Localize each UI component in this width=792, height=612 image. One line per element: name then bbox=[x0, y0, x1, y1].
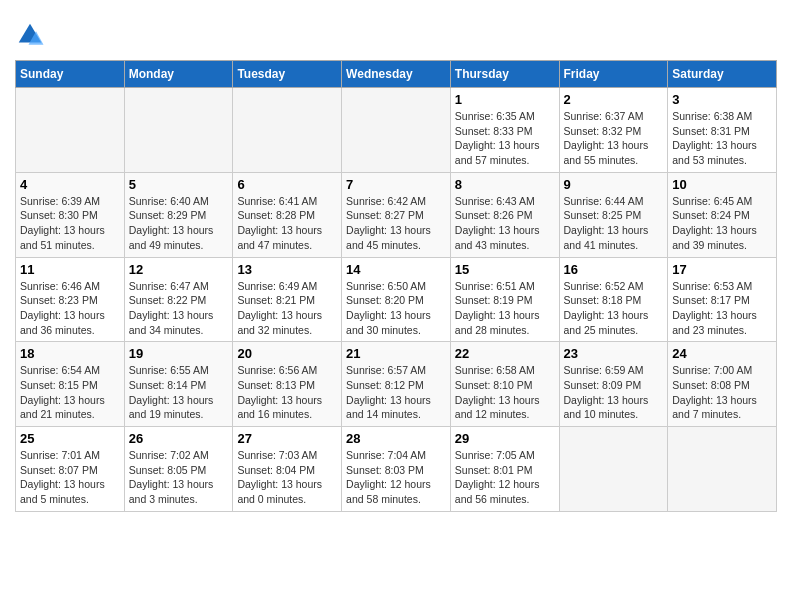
calendar-table: SundayMondayTuesdayWednesdayThursdayFrid… bbox=[15, 60, 777, 512]
day-info: Sunrise: 6:56 AMSunset: 8:13 PMDaylight:… bbox=[237, 363, 337, 422]
weekday-header-friday: Friday bbox=[559, 61, 668, 88]
calendar-cell: 15Sunrise: 6:51 AMSunset: 8:19 PMDayligh… bbox=[450, 257, 559, 342]
calendar-cell: 27Sunrise: 7:03 AMSunset: 8:04 PMDayligh… bbox=[233, 427, 342, 512]
week-row-5: 25Sunrise: 7:01 AMSunset: 8:07 PMDayligh… bbox=[16, 427, 777, 512]
day-number: 13 bbox=[237, 262, 337, 277]
daylight-text: Daylight: 13 hours and 7 minutes. bbox=[672, 393, 772, 422]
calendar-cell: 21Sunrise: 6:57 AMSunset: 8:12 PMDayligh… bbox=[342, 342, 451, 427]
calendar-cell bbox=[16, 88, 125, 173]
day-number: 7 bbox=[346, 177, 446, 192]
day-number: 2 bbox=[564, 92, 664, 107]
sunrise-text: Sunrise: 6:53 AM bbox=[672, 279, 772, 294]
daylight-text: Daylight: 13 hours and 51 minutes. bbox=[20, 223, 120, 252]
sunrise-text: Sunrise: 6:54 AM bbox=[20, 363, 120, 378]
sunset-text: Sunset: 8:12 PM bbox=[346, 378, 446, 393]
calendar-cell: 12Sunrise: 6:47 AMSunset: 8:22 PMDayligh… bbox=[124, 257, 233, 342]
daylight-text: Daylight: 13 hours and 5 minutes. bbox=[20, 477, 120, 506]
daylight-text: Daylight: 13 hours and 34 minutes. bbox=[129, 308, 229, 337]
sunset-text: Sunset: 8:09 PM bbox=[564, 378, 664, 393]
daylight-text: Daylight: 13 hours and 49 minutes. bbox=[129, 223, 229, 252]
sunrise-text: Sunrise: 6:42 AM bbox=[346, 194, 446, 209]
calendar-cell: 17Sunrise: 6:53 AMSunset: 8:17 PMDayligh… bbox=[668, 257, 777, 342]
day-number: 11 bbox=[20, 262, 120, 277]
daylight-text: Daylight: 13 hours and 23 minutes. bbox=[672, 308, 772, 337]
sunset-text: Sunset: 8:19 PM bbox=[455, 293, 555, 308]
day-info: Sunrise: 7:00 AMSunset: 8:08 PMDaylight:… bbox=[672, 363, 772, 422]
day-number: 6 bbox=[237, 177, 337, 192]
week-row-4: 18Sunrise: 6:54 AMSunset: 8:15 PMDayligh… bbox=[16, 342, 777, 427]
sunset-text: Sunset: 8:32 PM bbox=[564, 124, 664, 139]
day-info: Sunrise: 6:49 AMSunset: 8:21 PMDaylight:… bbox=[237, 279, 337, 338]
sunset-text: Sunset: 8:24 PM bbox=[672, 208, 772, 223]
daylight-text: Daylight: 13 hours and 12 minutes. bbox=[455, 393, 555, 422]
sunset-text: Sunset: 8:15 PM bbox=[20, 378, 120, 393]
sunrise-text: Sunrise: 6:39 AM bbox=[20, 194, 120, 209]
daylight-text: Daylight: 13 hours and 41 minutes. bbox=[564, 223, 664, 252]
day-number: 12 bbox=[129, 262, 229, 277]
week-row-3: 11Sunrise: 6:46 AMSunset: 8:23 PMDayligh… bbox=[16, 257, 777, 342]
daylight-text: Daylight: 13 hours and 0 minutes. bbox=[237, 477, 337, 506]
sunset-text: Sunset: 8:30 PM bbox=[20, 208, 120, 223]
day-info: Sunrise: 6:43 AMSunset: 8:26 PMDaylight:… bbox=[455, 194, 555, 253]
day-info: Sunrise: 7:03 AMSunset: 8:04 PMDaylight:… bbox=[237, 448, 337, 507]
daylight-text: Daylight: 13 hours and 47 minutes. bbox=[237, 223, 337, 252]
sunset-text: Sunset: 8:08 PM bbox=[672, 378, 772, 393]
logo bbox=[15, 20, 49, 50]
sunrise-text: Sunrise: 6:59 AM bbox=[564, 363, 664, 378]
sunrise-text: Sunrise: 6:50 AM bbox=[346, 279, 446, 294]
day-info: Sunrise: 6:35 AMSunset: 8:33 PMDaylight:… bbox=[455, 109, 555, 168]
week-row-2: 4Sunrise: 6:39 AMSunset: 8:30 PMDaylight… bbox=[16, 172, 777, 257]
daylight-text: Daylight: 13 hours and 3 minutes. bbox=[129, 477, 229, 506]
calendar-cell: 11Sunrise: 6:46 AMSunset: 8:23 PMDayligh… bbox=[16, 257, 125, 342]
sunset-text: Sunset: 8:28 PM bbox=[237, 208, 337, 223]
sunset-text: Sunset: 8:23 PM bbox=[20, 293, 120, 308]
sunrise-text: Sunrise: 6:55 AM bbox=[129, 363, 229, 378]
daylight-text: Daylight: 13 hours and 25 minutes. bbox=[564, 308, 664, 337]
day-number: 29 bbox=[455, 431, 555, 446]
daylight-text: Daylight: 13 hours and 30 minutes. bbox=[346, 308, 446, 337]
calendar-cell bbox=[342, 88, 451, 173]
sunset-text: Sunset: 8:22 PM bbox=[129, 293, 229, 308]
sunset-text: Sunset: 8:29 PM bbox=[129, 208, 229, 223]
sunset-text: Sunset: 8:25 PM bbox=[564, 208, 664, 223]
sunrise-text: Sunrise: 7:01 AM bbox=[20, 448, 120, 463]
sunset-text: Sunset: 8:07 PM bbox=[20, 463, 120, 478]
daylight-text: Daylight: 13 hours and 45 minutes. bbox=[346, 223, 446, 252]
weekday-header-thursday: Thursday bbox=[450, 61, 559, 88]
weekday-header-sunday: Sunday bbox=[16, 61, 125, 88]
calendar-cell: 16Sunrise: 6:52 AMSunset: 8:18 PMDayligh… bbox=[559, 257, 668, 342]
sunrise-text: Sunrise: 6:58 AM bbox=[455, 363, 555, 378]
sunrise-text: Sunrise: 6:49 AM bbox=[237, 279, 337, 294]
sunrise-text: Sunrise: 6:51 AM bbox=[455, 279, 555, 294]
day-info: Sunrise: 7:04 AMSunset: 8:03 PMDaylight:… bbox=[346, 448, 446, 507]
calendar-cell: 3Sunrise: 6:38 AMSunset: 8:31 PMDaylight… bbox=[668, 88, 777, 173]
day-info: Sunrise: 6:52 AMSunset: 8:18 PMDaylight:… bbox=[564, 279, 664, 338]
day-info: Sunrise: 6:37 AMSunset: 8:32 PMDaylight:… bbox=[564, 109, 664, 168]
week-row-1: 1Sunrise: 6:35 AMSunset: 8:33 PMDaylight… bbox=[16, 88, 777, 173]
sunset-text: Sunset: 8:33 PM bbox=[455, 124, 555, 139]
calendar-cell bbox=[559, 427, 668, 512]
sunrise-text: Sunrise: 7:02 AM bbox=[129, 448, 229, 463]
day-info: Sunrise: 6:57 AMSunset: 8:12 PMDaylight:… bbox=[346, 363, 446, 422]
day-info: Sunrise: 6:39 AMSunset: 8:30 PMDaylight:… bbox=[20, 194, 120, 253]
sunset-text: Sunset: 8:26 PM bbox=[455, 208, 555, 223]
calendar-cell: 2Sunrise: 6:37 AMSunset: 8:32 PMDaylight… bbox=[559, 88, 668, 173]
sunrise-text: Sunrise: 7:05 AM bbox=[455, 448, 555, 463]
sunset-text: Sunset: 8:10 PM bbox=[455, 378, 555, 393]
day-info: Sunrise: 6:59 AMSunset: 8:09 PMDaylight:… bbox=[564, 363, 664, 422]
day-number: 22 bbox=[455, 346, 555, 361]
day-info: Sunrise: 6:47 AMSunset: 8:22 PMDaylight:… bbox=[129, 279, 229, 338]
day-number: 1 bbox=[455, 92, 555, 107]
day-number: 8 bbox=[455, 177, 555, 192]
calendar-cell: 10Sunrise: 6:45 AMSunset: 8:24 PMDayligh… bbox=[668, 172, 777, 257]
sunset-text: Sunset: 8:18 PM bbox=[564, 293, 664, 308]
daylight-text: Daylight: 13 hours and 53 minutes. bbox=[672, 138, 772, 167]
sunrise-text: Sunrise: 6:44 AM bbox=[564, 194, 664, 209]
day-info: Sunrise: 7:01 AMSunset: 8:07 PMDaylight:… bbox=[20, 448, 120, 507]
day-info: Sunrise: 6:58 AMSunset: 8:10 PMDaylight:… bbox=[455, 363, 555, 422]
daylight-text: Daylight: 13 hours and 28 minutes. bbox=[455, 308, 555, 337]
day-info: Sunrise: 7:05 AMSunset: 8:01 PMDaylight:… bbox=[455, 448, 555, 507]
sunrise-text: Sunrise: 7:00 AM bbox=[672, 363, 772, 378]
calendar-cell: 9Sunrise: 6:44 AMSunset: 8:25 PMDaylight… bbox=[559, 172, 668, 257]
calendar-cell: 24Sunrise: 7:00 AMSunset: 8:08 PMDayligh… bbox=[668, 342, 777, 427]
